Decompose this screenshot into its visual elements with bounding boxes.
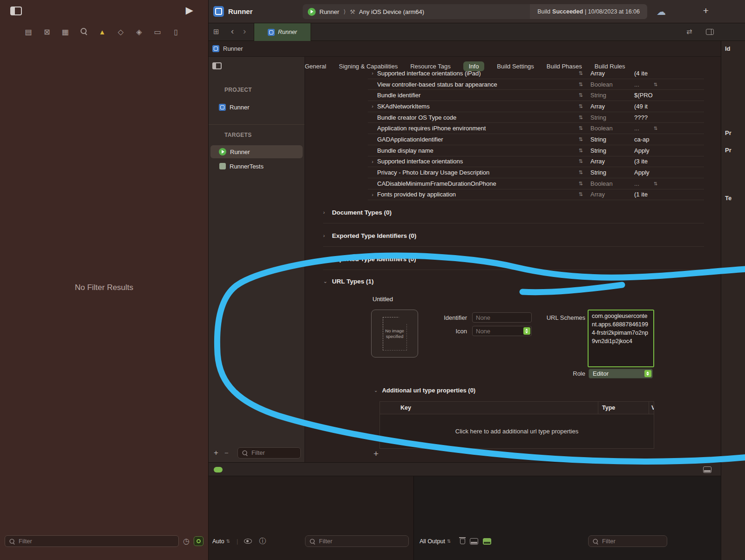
row-stepper-icon[interactable]: ⇅ (576, 148, 585, 154)
plist-key[interactable]: Supported interface orientations (377, 158, 576, 165)
plist-type[interactable]: Array (585, 158, 630, 165)
plist-value[interactable]: (49 it (630, 103, 654, 110)
cloud-icon[interactable]: ☁ (657, 6, 666, 17)
url-schemes-textarea[interactable]: com.googleusercontent.apps.688878461994-… (588, 310, 654, 367)
variables-scope-selector[interactable]: Auto (209, 538, 224, 545)
role-dropdown[interactable]: Editor (589, 369, 653, 378)
plist-value[interactable]: Apply (630, 169, 654, 176)
url-type-item-name[interactable]: Untitled (372, 296, 393, 303)
code-review-icon[interactable]: ⇄ (686, 27, 692, 36)
plist-type[interactable]: String (585, 169, 630, 176)
test-navigator-icon[interactable]: ◇ (115, 27, 126, 37)
add-target-button[interactable]: + (209, 448, 224, 458)
editor-tab[interactable]: Resource Tags (410, 63, 450, 70)
project-navigator-icon[interactable]: ▤ (23, 27, 34, 37)
plist-key[interactable]: Fonts provided by application (377, 191, 576, 198)
plist-key[interactable]: View controller-based status bar appeara… (377, 81, 576, 88)
add-button[interactable]: + (703, 5, 709, 16)
url-types-section-header[interactable]: ⌄ URL Types (1) (323, 278, 374, 285)
overview-grid-icon[interactable]: ⊞ (213, 27, 219, 36)
back-icon[interactable]: ‹ (231, 26, 234, 36)
editor-tab[interactable]: Build Phases (547, 63, 582, 70)
plist-row[interactable]: › Supported interface orientations ⇅ Arr… (368, 156, 704, 168)
plist-type[interactable]: Array (585, 191, 630, 198)
value-stepper-icon[interactable]: ⇅ (654, 181, 657, 186)
run-button[interactable]: ▶ (186, 5, 193, 16)
disclosure-triangle-icon[interactable]: › (368, 192, 377, 197)
info-icon[interactable]: ⓘ (259, 537, 266, 546)
plist-row[interactable]: › Bundle display name ⇅ String Apply ⇅ (368, 145, 704, 156)
plist-key[interactable]: Bundle creator OS Type code (377, 114, 576, 121)
editor-tab[interactable]: Build Rules (595, 63, 625, 70)
add-url-type-button[interactable]: + (373, 449, 379, 459)
plist-value[interactable]: Apply (630, 147, 654, 154)
sidebar-toggle-icon[interactable] (10, 7, 22, 15)
disclosure-open-icon[interactable]: ⌄ (374, 388, 378, 393)
value-stepper-icon[interactable]: ⇅ (654, 126, 657, 131)
disclosure-triangle-icon[interactable]: › (368, 159, 377, 164)
plist-type[interactable]: Boolean (585, 125, 630, 132)
editor-tab[interactable]: Info (463, 61, 485, 71)
plist-row[interactable]: › View controller-based status bar appea… (368, 79, 704, 90)
editor-tab[interactable]: General (305, 63, 326, 70)
row-stepper-icon[interactable]: ⇅ (576, 181, 585, 187)
plist-value[interactable]: ca-ap (630, 136, 654, 143)
plist-row[interactable]: › SKAdNetworkItems ⇅ Array (49 it ⇅ (368, 101, 704, 112)
find-navigator-icon[interactable] (79, 27, 89, 37)
symbol-navigator-icon[interactable]: ▦ (60, 27, 70, 37)
row-stepper-icon[interactable]: ⇅ (576, 71, 585, 76)
hide-debug-area-icon[interactable] (703, 466, 711, 473)
dropdown-stepper-icon[interactable] (523, 327, 530, 335)
plist-value[interactable]: ... (630, 81, 654, 88)
row-stepper-icon[interactable]: ⇅ (576, 103, 585, 109)
disclosure-open-icon[interactable]: ⌄ (323, 278, 328, 284)
navigator-filter-input[interactable]: Filter (5, 535, 179, 547)
row-stepper-icon[interactable]: ⇅ (576, 125, 585, 131)
plist-value[interactable]: (4 ite (630, 71, 654, 77)
plist-row[interactable]: › CADisableMinimumFrameDurationOnPhone ⇅… (368, 178, 704, 189)
row-stepper-icon[interactable]: ⇅ (576, 81, 585, 88)
add-editor-icon[interactable] (706, 29, 714, 35)
plist-key[interactable]: CADisableMinimumFrameDurationOnPhone (377, 180, 576, 187)
plist-row[interactable]: › Supported interface orientations (iPad… (368, 71, 704, 79)
project-item-runner[interactable]: Runner (210, 101, 303, 114)
plist-type[interactable]: String (585, 114, 630, 121)
table-empty-message[interactable]: Click here to add additional url type pr… (380, 414, 654, 448)
plist-key[interactable]: GADApplicationIdentifier (377, 136, 576, 143)
recent-files-icon[interactable]: ◷ (183, 537, 190, 546)
plist-type[interactable]: Boolean (585, 81, 630, 88)
disclosure-triangle-icon[interactable]: › (323, 256, 328, 262)
row-stepper-icon[interactable]: ⇅ (576, 136, 585, 142)
plist-row[interactable]: › Privacy - Photo Library Usage Descript… (368, 167, 704, 178)
disclosure-triangle-icon[interactable]: › (323, 233, 328, 238)
dropdown-stepper-icon[interactable] (644, 370, 651, 377)
plist-key[interactable]: Privacy - Photo Library Usage Descriptio… (377, 169, 576, 176)
additional-properties-header[interactable]: ⌄ Additional url type properties (0) (374, 387, 475, 394)
clear-console-icon[interactable] (460, 539, 465, 544)
disclosure-triangle-icon[interactable]: › (323, 209, 328, 215)
file-tab-runner[interactable]: Runner (254, 23, 311, 41)
scm-status-filter-icon[interactable] (194, 536, 203, 546)
section-header[interactable]: › Imported Type Identifiers (0) (323, 255, 704, 263)
report-navigator-icon[interactable]: ▯ (171, 27, 181, 37)
plist-type[interactable]: Boolean (585, 180, 630, 187)
icon-dropdown[interactable]: None (472, 326, 532, 336)
target-item-runnertests[interactable]: RunnerTests (210, 160, 303, 173)
show-variables-pane-icon[interactable] (470, 538, 478, 545)
plist-type[interactable]: Array (585, 71, 630, 77)
disclosure-triangle-icon[interactable]: › (368, 103, 377, 109)
source-control-navigator-icon[interactable]: ⊠ (42, 27, 52, 37)
row-stepper-icon[interactable]: ⇅ (576, 115, 585, 121)
editor-tab[interactable]: Signing & Capabilities (339, 63, 398, 70)
value-stepper-icon[interactable]: ⇅ (654, 82, 657, 87)
row-stepper-icon[interactable]: ⇅ (576, 191, 585, 197)
plist-type[interactable]: String (585, 136, 630, 143)
scheme-selector[interactable]: Runner ⟩ ⚒ Any iOS Device (arm64) (303, 8, 424, 16)
remove-target-button[interactable]: − (224, 449, 237, 457)
row-stepper-icon[interactable]: ⇅ (576, 158, 585, 164)
plist-value[interactable]: (1 ite (630, 191, 654, 198)
plist-type[interactable]: String (585, 92, 630, 99)
plist-key[interactable]: Supported interface orientations (iPad) (377, 71, 576, 77)
plist-row[interactable]: › Bundle creator OS Type code ⇅ String ?… (368, 112, 704, 123)
plist-row[interactable]: › GADApplicationIdentifier ⇅ String ca-a… (368, 134, 704, 145)
